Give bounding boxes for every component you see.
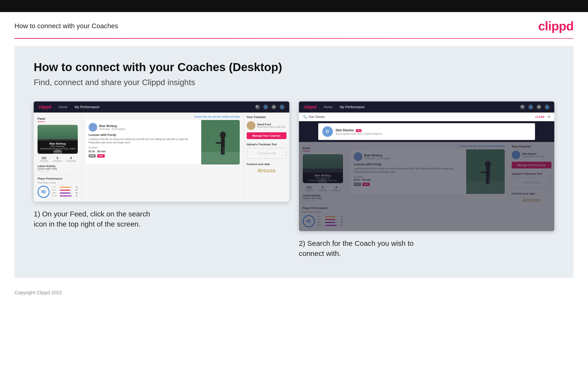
profile-stats-2: 131 Activities 3 Followers 4 — [303, 185, 343, 192]
search-result-item[interactable]: D Dan Davies Pro Sunningdale Golf Club, … — [318, 123, 535, 140]
stat-activities-num: 131 — [40, 156, 48, 160]
nav-item-home-2[interactable]: Home — [324, 105, 333, 109]
connect-title: Connect your data — [247, 163, 286, 166]
lesson-author-info: Blair McHarg Yesterday · Sunningdale — [99, 124, 125, 130]
profile-icon[interactable]: 👤 — [263, 105, 268, 110]
app-nav-2: clippd Home My Performance 🔍 👤 ⚙ 👤 — [299, 101, 554, 112]
settings-icon-2[interactable]: ⚙ — [536, 105, 541, 110]
app-nav-1: clippd Home My Performance 🔍 👤 ⚙ 👤 — [34, 101, 289, 112]
latest-activity-date: 03 Aug 2022 — [37, 170, 78, 173]
lesson-author-name: Blair McHarg — [99, 124, 125, 128]
profile-handicap-2: Plus Handicap — [304, 177, 342, 179]
coach-club-2: Sunningdale Golf Club — [522, 155, 544, 158]
svg-rect-13 — [488, 177, 490, 184]
svg-rect-3 — [221, 138, 225, 147]
tag-app: APP — [97, 154, 105, 158]
control-link[interactable]: Control who can see your activity and da… — [86, 115, 240, 118]
lesson-title: Lesson with Fordy — [88, 133, 198, 137]
result-club: Sunningdale Golf Club, United Kingdom — [336, 132, 382, 135]
search-close-btn[interactable]: ✕ — [547, 114, 551, 119]
svg-rect-8 — [466, 181, 505, 193]
svg-rect-5 — [221, 147, 223, 155]
stat-following-label: Following — [66, 160, 76, 162]
search-clear-btn[interactable]: CLEAR — [535, 115, 544, 118]
latest-activity-name: Lesson with Fordy — [37, 167, 78, 170]
perf-bars: OTT 90 APP 85 — [52, 186, 78, 198]
manage-coaches-btn[interactable]: Manage Your Coaches — [247, 132, 286, 139]
search-overlay-container: 🔍 Dan Davies CLEAR ✕ D Dan Davies — [299, 112, 554, 231]
avatar-icon-2[interactable]: 👤 — [545, 105, 550, 110]
settings-icon[interactable]: ⚙ — [272, 105, 276, 110]
stat-followers: 3 Followers — [53, 156, 62, 162]
profile-icon-2[interactable]: 👤 — [528, 105, 533, 110]
app-left-sidebar-1: Feed Blair McHarg Plus Handicap Royal No… — [34, 112, 82, 202]
app-left-sidebar-2: Feed Blair McHarg Plus Handicap Royal No… — [299, 142, 347, 231]
nav-item-home[interactable]: Home — [59, 105, 67, 109]
perf-bar-arg: ARG 86 — [52, 192, 78, 194]
result-name-row: Dan Davies Pro — [336, 128, 382, 132]
feed-tab-2: Feed — [303, 146, 310, 151]
coaches-title-2: Your Coaches — [512, 145, 551, 148]
clippd-logo: clippd — [538, 19, 574, 33]
profile-overlay: Blair McHarg Plus Handicap Royal North D… — [37, 141, 78, 154]
trackman-title: Upload a Trackman Test — [247, 143, 286, 146]
profile-card: Blair McHarg Plus Handicap Royal North D… — [37, 125, 78, 154]
stat-followers-num: 3 — [53, 156, 62, 160]
profile-card-2: Blair McHarg Plus Handicap Royal North D… — [303, 154, 343, 183]
profile-name: Blair McHarg — [39, 142, 76, 145]
coach-avatar-1 — [247, 121, 255, 130]
perf-bar-ott: OTT 90 — [52, 186, 78, 188]
player-performance-2: Player Performance Total Player Quality … — [303, 204, 343, 227]
screenshot-frame-2: clippd Home My Performance 🔍 👤 ⚙ 👤 — [299, 101, 554, 231]
app-nav-logo-1: clippd — [38, 105, 51, 110]
perf-subtitle: Total Player Quality — [37, 182, 78, 184]
lesson-content: Blair McHarg Yesterday · Sunningdale Les… — [86, 120, 201, 164]
screenshot-col-2: clippd Home My Performance 🔍 👤 ⚙ 👤 — [299, 101, 554, 258]
app-main-feed-2: Control who can see your activity and da… — [347, 142, 509, 231]
perf-circle-row: 92 OTT 90 APP — [37, 186, 78, 198]
app-right-sidebar-2: Your Coaches Dan Davies Sunningdale Golf… — [509, 142, 554, 231]
avatar-icon[interactable]: 👤 — [280, 105, 284, 110]
svg-rect-12 — [486, 177, 488, 184]
search-icon[interactable]: 🔍 — [255, 105, 260, 110]
footer-text: Copyright Clippd 2022 — [14, 290, 62, 295]
top-bar — [0, 0, 588, 12]
profile-name-2: Blair McHarg — [304, 174, 342, 177]
search-results: D Dan Davies Pro Sunningdale Golf Club, … — [299, 121, 554, 142]
feed-tab[interactable]: Feed — [37, 117, 45, 122]
search-icon-2[interactable]: 🔍 — [520, 105, 525, 110]
lesson-card-2: Blair McHarg Yesterday · Sunningdale Les… — [351, 149, 505, 194]
profile-bg-2 — [303, 154, 343, 169]
trackman-section: Upload a Trackman Test Trackman Link — [247, 143, 286, 159]
connect-section-2: Connect your data Arccos — [512, 192, 551, 203]
stat-activities: 131 Activities — [40, 156, 48, 162]
header-divider — [14, 38, 574, 39]
manage-coaches-btn-2[interactable]: Manage Your Coaches — [512, 162, 551, 168]
perf-score-circle: 92 — [37, 186, 50, 198]
result-name: Dan Davies — [336, 128, 354, 132]
perf-title: Player Performance — [37, 177, 78, 180]
tag-ott: OTT — [88, 154, 96, 158]
nav-item-my-performance[interactable]: My Performance — [75, 105, 99, 109]
result-pro-badge: Pro — [356, 129, 361, 132]
header-title: How to connect with your Coaches — [14, 22, 118, 30]
app-right-sidebar-1: Your Coaches David Ford Royal North Devo… — [244, 112, 289, 202]
result-info: Dan Davies Pro Sunningdale Golf Club, Un… — [336, 128, 382, 135]
lesson-avatar — [88, 123, 97, 132]
svg-rect-4 — [216, 142, 221, 144]
search-magnifier-icon: 🔍 — [303, 115, 307, 119]
step-2-label: 2) Search for the Coach you wish toconne… — [299, 239, 414, 258]
app-content-1: Feed Blair McHarg Plus Handicap Royal No… — [34, 112, 289, 202]
search-input-area: 🔍 Dan Davies — [303, 115, 535, 119]
coach-info-1: David Ford Royal North Devon Golf Club — [257, 123, 285, 128]
search-query-value[interactable]: Dan Davies — [309, 115, 535, 119]
step-2-text: 2) Search for the Coach you wish toconne… — [299, 238, 554, 258]
page-heading: How to connect with your Coaches (Deskto… — [34, 61, 554, 74]
latest-activity-label: Latest Activity — [37, 165, 78, 167]
screenshot-frame-1: clippd Home My Performance 🔍 👤 ⚙ 👤 Feed — [34, 101, 289, 202]
screenshot-col-1: clippd Home My Performance 🔍 👤 ⚙ 👤 Feed — [34, 101, 289, 258]
perf-bar-putt: PUTT 96 — [52, 195, 78, 197]
nav-item-my-performance-2[interactable]: My Performance — [340, 105, 365, 109]
svg-rect-10 — [486, 167, 490, 177]
app-nav-right: 🔍 👤 ⚙ 👤 — [255, 105, 284, 110]
